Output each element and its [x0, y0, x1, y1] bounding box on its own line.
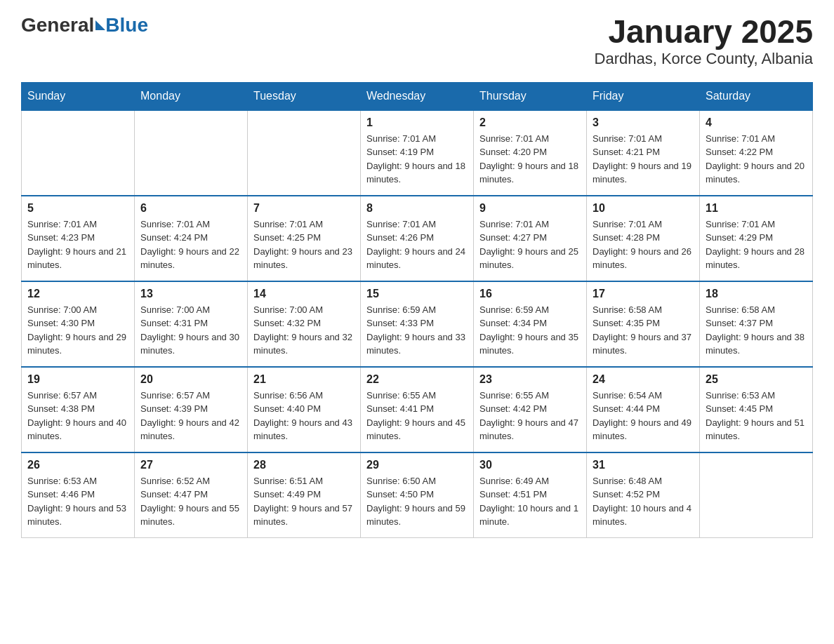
day-number: 30 [479, 459, 581, 471]
day-number: 18 [706, 288, 807, 300]
day-info: Sunrise: 7:00 AMSunset: 4:31 PMDaylight:… [140, 303, 241, 358]
page-subtitle: Dardhas, Korce County, Albania [595, 50, 813, 68]
calendar-cell: 3Sunrise: 7:01 AMSunset: 4:21 PMDaylight… [587, 110, 700, 196]
calendar-cell: 14Sunrise: 7:00 AMSunset: 4:32 PMDayligh… [248, 281, 361, 367]
calendar-cell: 25Sunrise: 6:53 AMSunset: 4:45 PMDayligh… [700, 367, 813, 452]
calendar-cell: 8Sunrise: 7:01 AMSunset: 4:26 PMDaylight… [361, 196, 474, 281]
calendar-cell: 22Sunrise: 6:55 AMSunset: 4:41 PMDayligh… [361, 367, 474, 452]
calendar-week-row: 12Sunrise: 7:00 AMSunset: 4:30 PMDayligh… [22, 281, 813, 367]
day-number: 4 [706, 116, 807, 129]
logo-triangle-icon [95, 20, 105, 30]
day-number: 12 [27, 288, 128, 300]
day-number: 29 [366, 459, 468, 471]
calendar-cell: 18Sunrise: 6:58 AMSunset: 4:37 PMDayligh… [700, 281, 813, 367]
calendar-cell: 13Sunrise: 7:00 AMSunset: 4:31 PMDayligh… [135, 281, 248, 367]
calendar-body: 1Sunrise: 7:01 AMSunset: 4:19 PMDaylight… [22, 110, 813, 538]
day-info: Sunrise: 7:01 AMSunset: 4:21 PMDaylight:… [593, 132, 694, 187]
day-number: 9 [479, 202, 581, 215]
day-info: Sunrise: 7:01 AMSunset: 4:20 PMDaylight:… [479, 132, 581, 187]
day-number: 21 [253, 373, 355, 386]
calendar-cell: 9Sunrise: 7:01 AMSunset: 4:27 PMDaylight… [474, 196, 587, 281]
weekday-header: Tuesday [248, 82, 361, 110]
day-info: Sunrise: 6:58 AMSunset: 4:37 PMDaylight:… [706, 303, 807, 358]
day-info: Sunrise: 6:48 AMSunset: 4:52 PMDaylight:… [593, 474, 694, 529]
weekday-header-row: SundayMondayTuesdayWednesdayThursdayFrid… [22, 82, 813, 110]
day-number: 23 [479, 373, 581, 386]
day-info: Sunrise: 6:55 AMSunset: 4:42 PMDaylight:… [479, 389, 581, 443]
calendar-cell [248, 110, 361, 196]
calendar-cell: 31Sunrise: 6:48 AMSunset: 4:52 PMDayligh… [587, 452, 700, 538]
day-info: Sunrise: 7:01 AMSunset: 4:22 PMDaylight:… [706, 132, 807, 187]
calendar-week-row: 5Sunrise: 7:01 AMSunset: 4:23 PMDaylight… [22, 196, 813, 281]
day-info: Sunrise: 6:52 AMSunset: 4:47 PMDaylight:… [140, 474, 241, 529]
day-number: 17 [593, 288, 694, 300]
weekday-header: Saturday [700, 82, 813, 110]
day-info: Sunrise: 7:01 AMSunset: 4:24 PMDaylight:… [140, 217, 241, 272]
weekday-header: Thursday [474, 82, 587, 110]
day-number: 5 [27, 202, 128, 215]
day-number: 28 [253, 459, 355, 471]
day-info: Sunrise: 6:56 AMSunset: 4:40 PMDaylight:… [253, 389, 355, 443]
day-number: 20 [140, 373, 241, 386]
day-number: 27 [140, 459, 241, 471]
weekday-header: Wednesday [361, 82, 474, 110]
day-info: Sunrise: 6:55 AMSunset: 4:41 PMDaylight:… [366, 389, 468, 443]
day-info: Sunrise: 7:01 AMSunset: 4:27 PMDaylight:… [479, 217, 581, 272]
calendar-week-row: 26Sunrise: 6:53 AMSunset: 4:46 PMDayligh… [22, 452, 813, 538]
page-header: General Blue January 2025 Dardhas, Korce… [21, 14, 813, 68]
logo-general-text: General [21, 14, 94, 36]
day-number: 26 [27, 459, 128, 471]
day-info: Sunrise: 6:58 AMSunset: 4:35 PMDaylight:… [593, 303, 694, 358]
day-number: 3 [593, 116, 694, 129]
day-number: 6 [140, 202, 241, 215]
calendar-cell: 2Sunrise: 7:01 AMSunset: 4:20 PMDaylight… [474, 110, 587, 196]
calendar-table: SundayMondayTuesdayWednesdayThursdayFrid… [21, 82, 813, 538]
calendar-cell: 17Sunrise: 6:58 AMSunset: 4:35 PMDayligh… [587, 281, 700, 367]
day-number: 13 [140, 288, 241, 300]
calendar-cell: 23Sunrise: 6:55 AMSunset: 4:42 PMDayligh… [474, 367, 587, 452]
calendar-cell [22, 110, 135, 196]
weekday-header: Friday [587, 82, 700, 110]
day-number: 25 [706, 373, 807, 386]
day-number: 24 [593, 373, 694, 386]
calendar-cell: 16Sunrise: 6:59 AMSunset: 4:34 PMDayligh… [474, 281, 587, 367]
calendar-cell: 27Sunrise: 6:52 AMSunset: 4:47 PMDayligh… [135, 452, 248, 538]
calendar-header: SundayMondayTuesdayWednesdayThursdayFrid… [22, 82, 813, 110]
day-number: 11 [706, 202, 807, 215]
day-info: Sunrise: 6:53 AMSunset: 4:45 PMDaylight:… [706, 389, 807, 443]
day-number: 16 [479, 288, 581, 300]
calendar-cell: 26Sunrise: 6:53 AMSunset: 4:46 PMDayligh… [22, 452, 135, 538]
calendar-week-row: 19Sunrise: 6:57 AMSunset: 4:38 PMDayligh… [22, 367, 813, 452]
calendar-cell: 29Sunrise: 6:50 AMSunset: 4:50 PMDayligh… [361, 452, 474, 538]
day-info: Sunrise: 7:01 AMSunset: 4:26 PMDaylight:… [366, 217, 468, 272]
day-number: 10 [593, 202, 694, 215]
page-title: January 2025 [595, 14, 813, 50]
day-info: Sunrise: 6:59 AMSunset: 4:33 PMDaylight:… [366, 303, 468, 358]
day-info: Sunrise: 7:01 AMSunset: 4:29 PMDaylight:… [706, 217, 807, 272]
day-number: 7 [253, 202, 355, 215]
day-info: Sunrise: 6:49 AMSunset: 4:51 PMDaylight:… [479, 474, 581, 529]
day-number: 19 [27, 373, 128, 386]
calendar-cell: 10Sunrise: 7:01 AMSunset: 4:28 PMDayligh… [587, 196, 700, 281]
day-number: 14 [253, 288, 355, 300]
day-info: Sunrise: 7:01 AMSunset: 4:28 PMDaylight:… [593, 217, 694, 272]
day-number: 1 [366, 116, 468, 129]
day-info: Sunrise: 7:01 AMSunset: 4:23 PMDaylight:… [27, 217, 128, 272]
day-info: Sunrise: 6:53 AMSunset: 4:46 PMDaylight:… [27, 474, 128, 529]
weekday-header: Sunday [22, 82, 135, 110]
day-number: 2 [479, 116, 581, 129]
calendar-cell: 1Sunrise: 7:01 AMSunset: 4:19 PMDaylight… [361, 110, 474, 196]
calendar-week-row: 1Sunrise: 7:01 AMSunset: 4:19 PMDaylight… [22, 110, 813, 196]
calendar-cell: 28Sunrise: 6:51 AMSunset: 4:49 PMDayligh… [248, 452, 361, 538]
calendar-cell [135, 110, 248, 196]
day-number: 31 [593, 459, 694, 471]
day-info: Sunrise: 6:50 AMSunset: 4:50 PMDaylight:… [366, 474, 468, 529]
logo-blue-text: Blue [105, 14, 148, 36]
calendar-cell: 12Sunrise: 7:00 AMSunset: 4:30 PMDayligh… [22, 281, 135, 367]
day-info: Sunrise: 6:57 AMSunset: 4:39 PMDaylight:… [140, 389, 241, 443]
title-block: January 2025 Dardhas, Korce County, Alba… [595, 14, 813, 68]
calendar-cell: 7Sunrise: 7:01 AMSunset: 4:25 PMDaylight… [248, 196, 361, 281]
day-info: Sunrise: 7:00 AMSunset: 4:30 PMDaylight:… [27, 303, 128, 358]
day-info: Sunrise: 6:57 AMSunset: 4:38 PMDaylight:… [27, 389, 128, 443]
calendar-cell: 30Sunrise: 6:49 AMSunset: 4:51 PMDayligh… [474, 452, 587, 538]
